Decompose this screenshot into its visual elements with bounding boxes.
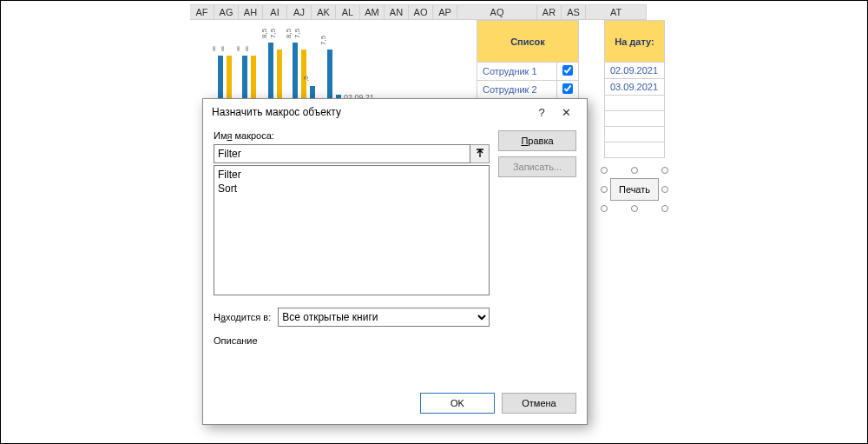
chart-bar: ∞ <box>227 56 232 103</box>
resize-handle[interactable] <box>601 167 608 174</box>
column-header-AT[interactable]: AT <box>586 4 647 20</box>
employee-checkbox[interactable] <box>562 65 573 76</box>
record-button[interactable]: Записать... <box>498 156 576 177</box>
resize-handle[interactable] <box>661 167 668 174</box>
macro-name-input[interactable] <box>214 144 470 163</box>
edit-button[interactable]: Правка <box>498 130 576 151</box>
date-cell[interactable] <box>605 127 665 142</box>
chart-bar: 8,5 <box>268 43 273 103</box>
chart-bar: 7,5 <box>277 50 282 103</box>
column-header-AR[interactable]: AR <box>537 4 562 20</box>
table-row: Сотрудник 2 <box>477 81 579 99</box>
spisok-header: Список <box>477 21 579 63</box>
employee-checkbox[interactable] <box>562 83 573 94</box>
column-header-AN[interactable]: AN <box>385 4 409 20</box>
date-cell[interactable] <box>605 142 665 158</box>
chart-bar: 8,5 <box>293 43 298 103</box>
column-header-AO[interactable]: AO <box>409 4 433 20</box>
column-header-AL[interactable]: AL <box>336 4 360 20</box>
print-button-selected[interactable]: Печать <box>604 170 665 209</box>
cancel-button[interactable]: Отмена <box>502 393 576 414</box>
date-cell[interactable]: 02.09.2021 <box>605 63 665 79</box>
column-header-AM[interactable]: AM <box>360 4 385 20</box>
chart-bar: 7,5 <box>327 50 332 103</box>
print-button[interactable]: Печать <box>610 178 659 201</box>
macro-name-label: Имя макроса: <box>214 130 490 141</box>
employee-cell[interactable]: Сотрудник 2 <box>477 81 557 99</box>
resize-handle[interactable] <box>661 186 668 193</box>
column-header-AI[interactable]: AI <box>263 4 287 20</box>
column-headers: AFAGAHAIAJAKALAMANAOAPAQARASAT <box>190 4 647 20</box>
column-header-AQ[interactable]: AQ <box>457 4 537 20</box>
list-item[interactable]: Sort <box>218 182 485 195</box>
close-icon[interactable]: ✕ <box>554 106 578 119</box>
column-header-AH[interactable]: AH <box>239 4 263 20</box>
column-header-AS[interactable]: AS <box>562 4 586 20</box>
column-header-AP[interactable]: AP <box>433 4 457 20</box>
table-row: Сотрудник 1 <box>477 63 579 81</box>
date-cell[interactable] <box>605 111 665 127</box>
chart-bar: ∞ <box>218 56 223 103</box>
assign-macro-dialog: Назначить макрос объекту ? ✕ Имя макроса… <box>202 98 588 425</box>
ok-button[interactable]: OK <box>420 393 495 414</box>
resize-handle[interactable] <box>601 186 608 193</box>
chart-bar: ∞ <box>251 56 256 103</box>
description-label: Описание <box>214 335 490 346</box>
column-header-AJ[interactable]: AJ <box>287 4 312 20</box>
dialog-titlebar[interactable]: Назначить макрос объекту ? ✕ <box>203 99 587 125</box>
located-in-label: Находится в: <box>214 312 271 322</box>
date-cell[interactable]: 03.09.2021 <box>605 79 665 96</box>
resize-handle[interactable] <box>631 167 638 174</box>
list-item[interactable]: Filter <box>218 168 485 182</box>
resize-handle[interactable] <box>601 205 608 212</box>
na-datu-table: На дату: 02.09.202103.09.2021 <box>604 20 665 158</box>
resize-handle[interactable] <box>631 205 638 212</box>
resize-handle[interactable] <box>661 205 668 212</box>
help-icon[interactable]: ? <box>529 106 554 119</box>
dialog-title: Назначить макрос объекту <box>212 106 341 118</box>
na-datu-header: На дату: <box>605 21 665 63</box>
embedded-bar-chart: 02.09.21 ∞∞∞∞8,57,58,57,57,5,5 <box>206 25 466 103</box>
column-header-AF[interactable]: AF <box>190 4 214 20</box>
column-header-AK[interactable]: AK <box>312 4 336 20</box>
collapse-dialog-icon[interactable] <box>470 144 490 163</box>
column-header-AG[interactable]: AG <box>214 4 239 20</box>
date-cell[interactable] <box>605 96 665 111</box>
macro-list[interactable]: FilterSort <box>214 165 490 295</box>
located-in-select[interactable]: Все открытые книги <box>278 308 490 327</box>
employee-cell[interactable]: Сотрудник 1 <box>477 63 557 81</box>
chart-bar: ∞ <box>242 56 247 103</box>
